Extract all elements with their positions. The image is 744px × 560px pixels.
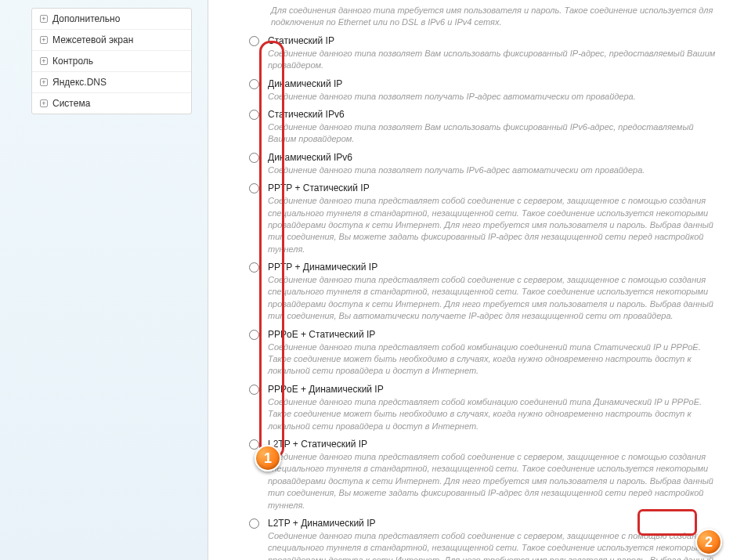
plus-icon	[40, 15, 48, 23]
option-title: L2TP + Динамический IP	[249, 518, 721, 529]
radio-l2tp-dynamic[interactable]	[249, 518, 259, 529]
radio-pptp-dynamic[interactable]	[249, 262, 259, 273]
connection-option[interactable]: PPTP + Статический IP Соединение данного…	[232, 179, 721, 258]
plus-icon	[40, 78, 48, 86]
option-description: Соединение данного типа представляет соб…	[249, 395, 721, 432]
option-title: PPPoE + Динамический IP	[249, 384, 721, 395]
sidebar: Дополнительно Межсетевой экран Контроль …	[0, 0, 208, 560]
radio-static-ipv6[interactable]	[249, 110, 259, 120]
option-description: Соединение данного типа позволяет получа…	[249, 89, 721, 103]
menu-box: Дополнительно Межсетевой экран Контроль …	[31, 8, 192, 114]
sidebar-item-label: Контроль	[52, 56, 93, 67]
radio-dynamic-ip[interactable]	[249, 79, 259, 89]
sidebar-item-advanced[interactable]: Дополнительно	[32, 9, 191, 30]
option-title: PPPoE + Статический IP	[249, 329, 721, 340]
option-description: Соединение данного типа представляет соб…	[249, 529, 721, 560]
connection-option[interactable]: L2TP + Динамический IP Соединение данног…	[232, 515, 721, 560]
connection-option[interactable]: Динамический IP Соединение данного типа …	[232, 75, 721, 106]
connection-option[interactable]: Динамический IPv6 Соединение данного тип…	[232, 149, 721, 179]
sidebar-item-yandex-dns[interactable]: Яндекс.DNS	[32, 72, 191, 93]
option-description: Соединение данного типа позволяет Вам ис…	[249, 46, 721, 72]
radio-pptp-static[interactable]	[249, 183, 259, 193]
option-description: Соединение данного типа представляет соб…	[249, 450, 721, 511]
sidebar-item-label: Яндекс.DNS	[52, 77, 107, 88]
option-description: Соединение данного типа представляет соб…	[249, 273, 721, 323]
sidebar-item-label: Межсетевой экран	[52, 34, 133, 45]
option-title: Динамический IP	[249, 78, 721, 89]
option-title: L2TP + Статический IP	[249, 439, 721, 450]
main-content: Для соединения данного типа требуется им…	[208, 0, 744, 560]
plus-icon	[40, 36, 48, 44]
sidebar-item-control[interactable]: Контроль	[32, 51, 191, 72]
intro-description: Для соединения данного типа требуется им…	[232, 0, 721, 32]
option-description: Соединение данного типа позволяет Вам ис…	[249, 120, 721, 146]
radio-dynamic-ipv6[interactable]	[249, 153, 259, 163]
option-title: Статический IPv6	[249, 109, 721, 120]
connection-option[interactable]: PPTP + Динамический IP Соединение данног…	[232, 258, 721, 326]
plus-icon	[40, 99, 48, 107]
option-title: PPTP + Динамический IP	[249, 262, 721, 273]
connection-option[interactable]: L2TP + Статический IP Соединение данного…	[232, 435, 721, 515]
connection-option[interactable]: Статический IPv6 Соединение данного типа…	[232, 106, 721, 149]
option-title: Статический IP	[249, 35, 721, 46]
radio-pppoe-static[interactable]	[249, 330, 259, 340]
sidebar-item-firewall[interactable]: Межсетевой экран	[32, 30, 191, 51]
sidebar-item-label: Дополнительно	[52, 13, 120, 24]
plus-icon	[40, 57, 48, 65]
option-description: Соединение данного типа представляет соб…	[249, 340, 721, 378]
option-description: Соединение данного типа представляет соб…	[249, 193, 721, 255]
connection-option[interactable]: Статический IP Соединение данного типа п…	[232, 32, 721, 75]
sidebar-item-label: Система	[52, 98, 90, 109]
option-title: Динамический IPv6	[249, 152, 721, 163]
sidebar-item-system[interactable]: Система	[32, 93, 191, 114]
radio-static-ip[interactable]	[249, 36, 259, 46]
option-title: PPTP + Статический IP	[249, 182, 721, 193]
option-description: Соединение данного типа позволяет получа…	[249, 163, 721, 176]
radio-pppoe-dynamic[interactable]	[249, 385, 259, 395]
connection-option[interactable]: PPPoE + Статический IP Соединение данног…	[232, 326, 721, 381]
connection-option[interactable]: PPPoE + Динамический IP Соединение данно…	[232, 381, 721, 435]
radio-l2tp-static[interactable]	[249, 439, 259, 450]
